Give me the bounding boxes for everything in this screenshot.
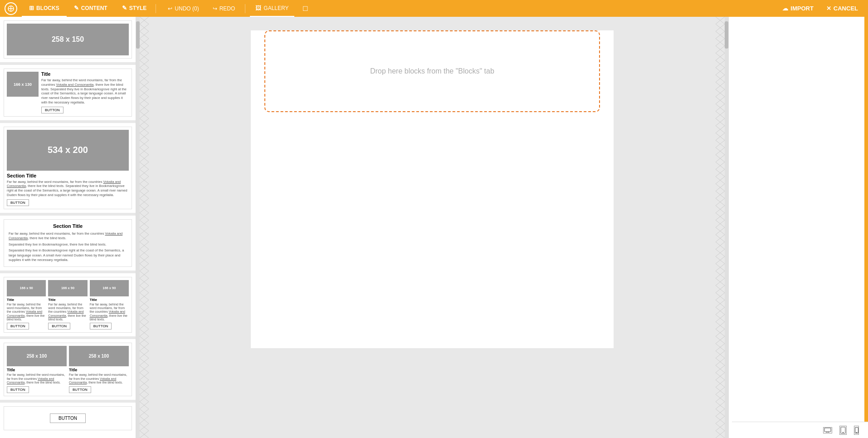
tab-content-label: CONTENT <box>81 5 107 11</box>
card3-button[interactable]: BUTTON <box>90 323 112 330</box>
two-col1-button[interactable]: BUTTON <box>7 386 29 393</box>
redo-button[interactable]: ↪ REDO <box>207 0 241 17</box>
large-image-placeholder: 534 x 200 <box>7 130 129 171</box>
card2-text: Far far away, behind the word mountains,… <box>48 303 87 322</box>
separator-3 <box>0 213 136 216</box>
separator-2 <box>0 120 136 123</box>
separator-1 <box>0 62 136 65</box>
tablet-view-button[interactable] <box>839 426 847 435</box>
nav-actions: ↩ UNDO (0) ↪ REDO 🖼 GALLERY ☐ <box>162 0 313 17</box>
style-icon: ✎ <box>122 5 127 11</box>
large-image-button[interactable]: BUTTON <box>7 199 29 206</box>
svg-point-12 <box>856 432 857 433</box>
tab-blocks[interactable]: ⊞ BLOCKS <box>22 0 67 17</box>
drop-zone[interactable]: Drop here blocks from the "Blocks" tab <box>264 30 600 112</box>
two-col-grid: 258 x 100 Title Far far away, behind the… <box>7 346 129 393</box>
text-block-content: Far far away, behind the word mountains,… <box>9 231 127 263</box>
large-image-section-title: Section Title <box>7 173 129 178</box>
nav-tabs: ⊞ BLOCKS ✎ CONTENT ✎ STYLE <box>22 0 154 17</box>
block-text-only[interactable]: Section Title Far far away, behind the w… <box>4 219 132 267</box>
two-col2-image: 258 x 100 <box>69 346 129 366</box>
card-col-1: 166 x 90 Title Far far away, behind the … <box>7 280 46 330</box>
mobile-view-button[interactable] <box>854 426 859 435</box>
block-two-col-cards[interactable]: 258 x 100 Title Far far away, behind the… <box>4 343 132 396</box>
cancel-button[interactable]: ✕ CANCEL <box>821 0 863 17</box>
top-nav: ⊞ BLOCKS ✎ CONTENT ✎ STYLE ↩ UNDO (0) ↪ … <box>0 0 868 17</box>
import-button[interactable]: ☁ IMPORT <box>777 0 819 17</box>
two-col1-image: 258 x 100 <box>7 346 67 366</box>
right-scroll-thumb[interactable] <box>725 21 728 49</box>
cloud-icon: ☁ <box>782 5 788 12</box>
two-col2-title: Title <box>69 368 129 372</box>
image-text-button[interactable]: BUTTON <box>41 107 63 113</box>
image-text-description: Far far away, behind the word mountains,… <box>41 78 129 105</box>
hero-image-placeholder: 258 x 150 <box>7 24 129 55</box>
separator-6 <box>0 400 136 403</box>
center-canvas: Drop here blocks from the "Blocks" tab <box>140 17 725 438</box>
card3-title: Title <box>90 298 129 302</box>
card1-text: Far far away, behind the word mountains,… <box>7 303 46 322</box>
three-col-grid: 166 x 90 Title Far far away, behind the … <box>7 280 129 330</box>
block-large-image-text[interactable]: 534 x 200 Section Title Far far away, be… <box>4 127 132 209</box>
separator-5 <box>0 336 136 339</box>
svg-rect-3 <box>140 17 149 438</box>
card2-title: Title <box>48 298 87 302</box>
left-scroll-track[interactable] <box>136 17 140 438</box>
undo-icon: ↩ <box>168 5 172 12</box>
two-col-1: 258 x 100 Title Far far away, behind the… <box>7 346 67 393</box>
nav-right: ☁ IMPORT ✕ CANCEL <box>777 0 863 17</box>
desktop-view-button[interactable] <box>823 427 832 433</box>
undo-button[interactable]: ↩ UNDO (0) <box>162 0 204 17</box>
card-col-3: 166 x 90 Title Far far away, behind the … <box>90 280 129 330</box>
gallery-icon: 🖼 <box>255 5 261 11</box>
right-panel <box>728 17 864 438</box>
cancel-x-icon: ✕ <box>826 5 831 12</box>
card2-image: 166 x 90 <box>48 280 87 296</box>
block-three-col-cards[interactable]: 166 x 90 Title Far far away, behind the … <box>4 277 132 333</box>
image-text-placeholder: 166 x 130 <box>7 72 39 97</box>
text-block-title: Section Title <box>9 223 127 229</box>
orange-accent-border <box>864 17 868 438</box>
standalone-button[interactable]: BUTTON <box>50 413 86 423</box>
right-scroll-track[interactable] <box>725 17 728 438</box>
card1-image: 166 x 90 <box>7 280 46 296</box>
main-layout: 258 x 150 166 x 130 Title Far far away, … <box>0 17 868 438</box>
tab-style-label: STYLE <box>129 5 147 11</box>
mobile-icon: ☐ <box>302 5 308 12</box>
logo-icon[interactable] <box>5 2 17 15</box>
nav-divider-1 <box>156 4 156 13</box>
tab-content[interactable]: ✎ CONTENT <box>67 0 115 17</box>
separator-4 <box>0 271 136 273</box>
card3-text: Far far away, behind the word mountains,… <box>90 303 129 322</box>
canvas-content-area: Drop here blocks from the "Blocks" tab <box>251 30 614 348</box>
cancel-label: CANCEL <box>834 5 858 12</box>
svg-rect-5 <box>824 428 831 432</box>
card1-button[interactable]: BUTTON <box>7 323 29 330</box>
card3-image: 166 x 90 <box>90 280 129 296</box>
left-panel: 258 x 150 166 x 130 Title Far far away, … <box>0 17 136 438</box>
undo-label: UNDO (0) <box>175 5 199 12</box>
pencil-icon: ✎ <box>74 5 79 11</box>
two-col1-title: Title <box>7 368 67 372</box>
blocks-icon: ⊞ <box>29 5 34 11</box>
svg-point-10 <box>843 432 844 433</box>
tab-blocks-label: BLOCKS <box>36 5 59 11</box>
canvas-zigzag-left <box>140 17 149 438</box>
image-text-content: Title Far far away, behind the word moun… <box>41 72 129 113</box>
bottom-bar <box>732 422 868 438</box>
left-scroll-thumb[interactable] <box>136 21 140 49</box>
two-col2-text: Far far away, behind the word mountains,… <box>69 373 129 384</box>
redo-icon: ↪ <box>213 5 217 12</box>
block-image-text[interactable]: 166 x 130 Title Far far away, behind the… <box>4 69 132 117</box>
svg-rect-4 <box>716 17 725 438</box>
card2-button[interactable]: BUTTON <box>48 323 70 330</box>
gallery-button[interactable]: 🖼 GALLERY <box>250 0 294 17</box>
card-col-2: 166 x 90 Title Far far away, behind the … <box>48 280 87 330</box>
two-col2-button[interactable]: BUTTON <box>69 386 91 393</box>
tab-style[interactable]: ✎ STYLE <box>115 0 154 17</box>
card1-title: Title <box>7 298 46 302</box>
block-button-only[interactable]: BUTTON <box>4 406 132 430</box>
two-col-2: 258 x 100 Title Far far away, behind the… <box>69 346 129 393</box>
block-hero-image[interactable]: 258 x 150 <box>4 20 132 59</box>
mobile-preview-button[interactable]: ☐ <box>297 0 314 17</box>
